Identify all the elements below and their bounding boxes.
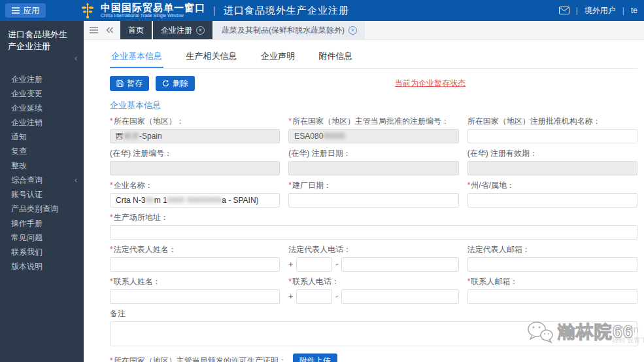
dash-sign: - xyxy=(335,260,338,269)
field-label: 联系人电话： xyxy=(292,277,339,286)
sidebar-item-contact-us[interactable]: 联系我们 xyxy=(0,246,84,259)
field-label: 生产场所地址： xyxy=(114,213,169,222)
contact-phone-code-input[interactable] xyxy=(296,289,332,304)
field-label: 企业名称： xyxy=(114,181,153,190)
address-input[interactable] xyxy=(110,225,637,240)
sidebar-title[interactable]: 进口食品境外生产企业注册 xyxy=(0,21,84,54)
company-name-input[interactable]: Crta N-300m 10000 00000000a - SPAIN) xyxy=(110,193,280,208)
sidebar-item-faq[interactable]: 常见问题 xyxy=(0,232,84,244)
form-tab-declaration[interactable]: 企业声明 xyxy=(260,46,296,67)
main-area: 首页 企业注册 × 蔬菜及其制品(保鲜和脱水蔬菜除外) × 企业基本信息 生产相… xyxy=(84,21,644,362)
tab-home[interactable]: 首页 xyxy=(120,21,152,39)
sidebar-menu: 企业注册 企业变更 企业延续 企业注销 通知 复查 整改 综合查询‹ 账号认证 … xyxy=(0,73,84,273)
contact-email-input[interactable] xyxy=(467,289,637,304)
delete-button[interactable]: 删除 xyxy=(156,76,195,91)
plus-sign: + xyxy=(288,260,293,269)
remarks-textarea[interactable] xyxy=(110,321,637,346)
approval-org-input[interactable] xyxy=(467,129,637,143)
field-label: 所在国家（地区）主管当局颁发的许可生产证明： xyxy=(114,356,286,362)
hamburger-icon xyxy=(12,7,20,14)
tab-vegetable-products[interactable]: 蔬菜及其制品(保鲜和脱水蔬菜除外) × xyxy=(214,21,365,39)
legal-name-input[interactable] xyxy=(110,257,280,272)
sidebar-item-manual[interactable]: 操作手册 xyxy=(0,217,84,230)
sidebar-item-product-category-query[interactable]: 产品类别查询 xyxy=(0,203,84,215)
field-contact-email: *联系人邮箱： xyxy=(467,272,637,304)
form-row-6: *联系人姓名： *联系人电话： + - *联系人邮箱： xyxy=(110,272,637,304)
field-cn-reg-date: (在华) 注册日期： xyxy=(288,143,458,175)
field-label: 州/省/属地： xyxy=(471,181,515,190)
pipe-icon: | xyxy=(576,6,578,15)
sidebar-item-comprehensive-query[interactable]: 综合查询‹ xyxy=(0,174,84,187)
form-row-2: (在华) 注册编号： (在华) 注册日期： (在华) 注册有效期： xyxy=(110,143,637,175)
attachment-upload-button[interactable]: 附件上传 xyxy=(293,353,337,362)
field-label: (在华) 注册有效期： xyxy=(467,149,537,158)
form-tab-basic-info[interactable]: 企业基本信息 xyxy=(110,46,163,68)
required-asterisk: * xyxy=(467,181,471,190)
field-label: 联系人邮箱： xyxy=(471,277,518,286)
form-row-4: *生产场所地址： xyxy=(110,213,637,240)
legal-phone-code-input[interactable] xyxy=(296,257,332,272)
page-tabbar: 首页 企业注册 × 蔬菜及其制品(保鲜和脱水蔬菜除外) × xyxy=(84,21,644,40)
form-tab-attachments[interactable]: 附件信息 xyxy=(317,46,354,67)
cn-reg-date-input xyxy=(288,161,458,175)
required-asterisk: * xyxy=(288,117,292,126)
sidebar-item-review[interactable]: 复查 xyxy=(0,145,84,158)
close-icon[interactable]: × xyxy=(348,26,357,35)
tab-enterprise-register[interactable]: 企业注册 × xyxy=(153,21,212,39)
required-asterisk: * xyxy=(288,181,292,190)
save-draft-button[interactable]: 暂存 xyxy=(110,76,149,91)
sidebar-item-rectify[interactable]: 整改 xyxy=(0,160,84,172)
field-label: 建厂日期： xyxy=(292,181,331,190)
brand-text: 中国国际贸易单一窗口 China International Trade Sin… xyxy=(101,3,205,18)
sidebar-item-version-notes[interactable]: 版本说明 xyxy=(0,261,84,273)
field-company-name: *企业名称： Crta N-300m 10000 00000000a - SPA… xyxy=(110,175,280,208)
form-row-1: *所在国家（地区）： 西班牙-Spain *所在国家（地区）主管当局批准的注册编… xyxy=(110,111,637,143)
field-contact-name: *联系人姓名： xyxy=(110,272,280,304)
mail-icon[interactable] xyxy=(559,7,569,14)
field-legal-phone: 法定代表人电话： + - xyxy=(288,240,458,272)
brand-block: 中国国际贸易单一窗口 China International Trade Sin… xyxy=(80,2,205,19)
form-tab-production-info[interactable]: 生产相关信息 xyxy=(184,46,238,67)
field-approval-org: 所在国家（地区）注册批准机构名称： xyxy=(467,111,637,143)
sidebar-item-enterprise-cancel[interactable]: 企业注销 xyxy=(0,117,84,129)
section-title-basic-info: 企业基本信息 xyxy=(110,100,637,111)
chevron-left-icon: ‹ xyxy=(75,174,77,187)
field-label: 所在国家（地区）： xyxy=(114,117,184,126)
legal-phone-number-input[interactable] xyxy=(341,257,458,272)
registration-number-input: ESA08000000 xyxy=(288,129,458,143)
sidebar-item-enterprise-renewal[interactable]: 企业延续 xyxy=(0,102,84,115)
user-type-label[interactable]: 境外用户 xyxy=(585,5,616,16)
refresh-icon xyxy=(162,80,169,87)
sidebar-item-enterprise-change[interactable]: 企业变更 xyxy=(0,88,84,100)
field-label: 备注 xyxy=(110,309,126,318)
close-icon[interactable]: × xyxy=(196,26,205,35)
build-date-input[interactable] xyxy=(288,193,458,208)
form-content: 企业基本信息 生产相关信息 企业声明 附件信息 暂存 删除 当前为企业暂存状态 … xyxy=(84,40,644,362)
tabbar-icons xyxy=(84,21,120,39)
sidebar-item-enterprise-register[interactable]: 企业注册 xyxy=(0,73,84,86)
apps-button[interactable]: 应用 xyxy=(5,3,46,18)
field-label: 所在国家（地区）主管当局批准的注册编号： xyxy=(292,117,449,126)
sidebar-collapse-icon[interactable]: ‹ xyxy=(0,54,84,67)
contact-name-input[interactable] xyxy=(110,289,280,304)
contact-phone-number-input[interactable] xyxy=(341,289,458,304)
required-asterisk: * xyxy=(288,277,292,286)
double-arrow-left-icon[interactable] xyxy=(106,27,114,33)
header-right: | 境外用户 | te xyxy=(559,5,637,16)
province-input[interactable] xyxy=(467,193,637,208)
sidebar-item-account-auth[interactable]: 账号认证 xyxy=(0,189,84,201)
field-label: 法定代表人电话： xyxy=(288,245,351,254)
header-page-title: 进口食品境外生产企业注册 xyxy=(224,5,349,17)
header-separator: | xyxy=(213,5,216,16)
required-asterisk: * xyxy=(467,277,471,286)
required-asterisk: * xyxy=(110,277,113,286)
menu-toggle-icon[interactable] xyxy=(90,27,98,33)
brand-title: 中国国际贸易单一窗口 xyxy=(101,3,205,13)
field-label: 法定代表人邮箱： xyxy=(467,245,530,254)
required-asterisk: * xyxy=(110,356,113,362)
username-label[interactable]: te xyxy=(631,6,637,15)
sidebar-item-notice[interactable]: 通知 xyxy=(0,131,84,143)
field-cn-reg-validity: (在华) 注册有效期： xyxy=(467,143,637,175)
sidebar: 进口食品境外生产企业注册 ‹ 企业注册 企业变更 企业延续 企业注销 通知 复查… xyxy=(0,21,84,362)
legal-email-input[interactable] xyxy=(467,257,637,272)
